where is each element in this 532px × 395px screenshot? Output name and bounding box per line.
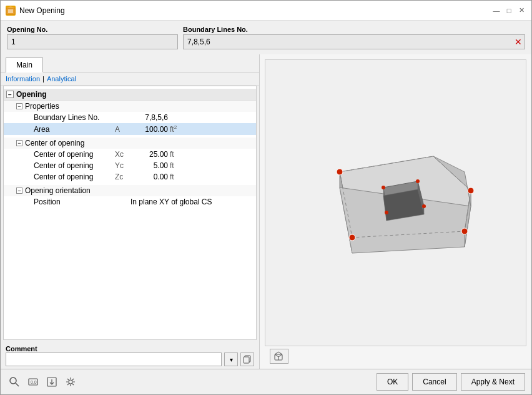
info-tab-information[interactable]: Information xyxy=(6,75,40,82)
svg-point-15 xyxy=(337,169,343,175)
footer-tools: 0,0 xyxy=(7,374,78,389)
zc-prop-val: 0.00 xyxy=(131,172,168,181)
svg-line-27 xyxy=(16,383,19,386)
3d-view-icon xyxy=(273,351,285,362)
comment-section: Comment ▾ xyxy=(1,342,259,369)
xc-prop-name: Center of opening xyxy=(34,150,115,159)
zc-prop-unit: ft xyxy=(170,172,174,181)
coordinates-icon: 0,0 xyxy=(27,376,39,388)
zc-row: Center of opening Zc 0.00 ft xyxy=(4,171,256,182)
area-prop-name: Area xyxy=(34,125,115,134)
yc-prop-val: 5.00 xyxy=(131,161,168,170)
info-tab-separator: | xyxy=(42,75,44,82)
tree-area: − Opening − Properties Boundary Lines No… xyxy=(3,86,257,340)
comment-input[interactable] xyxy=(6,352,222,366)
comment-copy-button[interactable] xyxy=(240,352,254,366)
area-row: Area A 100.00 ft2 xyxy=(4,123,256,135)
svg-point-19 xyxy=(382,186,385,189)
area-prop-unit: ft2 xyxy=(170,124,177,134)
left-panel: Main Information | Analytical − Opening xyxy=(1,54,260,369)
boundary-lines-label: Boundary Lines No. xyxy=(183,26,525,33)
preview-area xyxy=(265,59,526,346)
export-tool-button[interactable] xyxy=(44,374,59,389)
info-tab-analytical[interactable]: Analytical xyxy=(47,75,76,82)
title-bar-left: New Opening xyxy=(6,6,65,16)
svg-marker-2 xyxy=(6,6,15,8)
opening-label: Opening xyxy=(16,90,47,99)
minimize-button[interactable]: — xyxy=(491,6,501,16)
export-icon xyxy=(46,376,57,388)
3d-preview xyxy=(302,122,490,284)
yc-prop-sym: Yc xyxy=(115,161,131,170)
tab-main[interactable]: Main xyxy=(6,58,43,72)
svg-point-32 xyxy=(69,380,72,384)
apply-next-button[interactable]: Apply & Next xyxy=(461,373,525,391)
properties-subsection[interactable]: − Properties xyxy=(4,101,256,112)
orientation-label: Opening orientation xyxy=(25,186,91,195)
preview-btn-area xyxy=(265,349,526,364)
position-prop-val: In plane XY of global CS xyxy=(131,198,212,206)
settings-tool-button[interactable] xyxy=(63,374,78,389)
boundary-lines-input[interactable] xyxy=(184,36,512,48)
properties-label: Properties xyxy=(25,102,59,111)
xc-row: Center of opening Xc 25.00 ft xyxy=(4,149,256,160)
opening-section-header[interactable]: − Opening xyxy=(4,89,256,101)
coordinates-tool-button[interactable]: 0,0 xyxy=(26,374,41,389)
content-area: Opening No. 1 Boundary Lines No. ✕ Main xyxy=(1,21,531,369)
tab-bar: Main xyxy=(1,54,259,72)
comment-label: Comment xyxy=(6,345,254,352)
opening-no-label: Opening No. xyxy=(7,26,178,33)
center-toggle[interactable]: − xyxy=(16,140,22,146)
yc-prop-name: Center of opening xyxy=(34,161,115,170)
app-icon xyxy=(6,6,16,16)
maximize-button[interactable]: □ xyxy=(504,6,514,16)
area-prop-sym: A xyxy=(115,125,131,134)
title-buttons: — □ ✕ xyxy=(491,6,526,16)
orientation-toggle[interactable]: − xyxy=(16,188,22,194)
right-panel xyxy=(260,54,531,369)
boundary-lines-prop-name: Boundary Lines No. xyxy=(34,113,115,122)
3d-view-button[interactable] xyxy=(270,349,288,364)
orientation-subsection[interactable]: − Opening orientation xyxy=(4,185,256,196)
xc-prop-unit: ft xyxy=(170,150,174,159)
opening-toggle[interactable]: − xyxy=(6,91,14,98)
svg-rect-4 xyxy=(244,357,249,363)
svg-point-17 xyxy=(461,228,468,234)
main-content: Main Information | Analytical − Opening xyxy=(1,54,531,369)
footer-bar: 0,0 OK Cancel Apply & Next xyxy=(1,369,531,394)
search-icon xyxy=(9,376,20,388)
yc-prop-unit: ft xyxy=(170,161,174,170)
opening-no-input[interactable]: 1 xyxy=(7,34,178,49)
zc-prop-sym: Zc xyxy=(115,172,131,181)
boundary-lines-prop-val: 7,8,5,6 xyxy=(131,113,168,122)
position-row: Position In plane XY of global CS xyxy=(4,196,256,208)
svg-text:0,0: 0,0 xyxy=(31,380,37,384)
boundary-lines-wrapper: ✕ xyxy=(183,34,525,49)
footer-actions: OK Cancel Apply & Next xyxy=(377,373,525,391)
ok-button[interactable]: OK xyxy=(377,373,408,391)
properties-toggle[interactable]: − xyxy=(16,103,22,109)
cancel-button[interactable]: Cancel xyxy=(412,373,456,391)
zc-prop-name: Center of opening xyxy=(34,172,115,181)
svg-point-22 xyxy=(385,211,388,214)
title-bar: New Opening — □ ✕ xyxy=(1,1,531,21)
opening-no-group: Opening No. 1 xyxy=(7,26,178,49)
svg-rect-1 xyxy=(8,9,13,13)
close-button[interactable]: ✕ xyxy=(516,6,526,16)
xc-prop-val: 25.00 xyxy=(131,150,168,159)
comment-dropdown-button[interactable]: ▾ xyxy=(224,352,238,366)
svg-point-26 xyxy=(10,378,16,384)
top-fields: Opening No. 1 Boundary Lines No. ✕ xyxy=(1,21,531,54)
xc-prop-sym: Xc xyxy=(115,150,131,159)
dropdown-arrow-icon: ▾ xyxy=(230,356,233,363)
svg-point-20 xyxy=(416,179,420,183)
dialog-new-opening: New Opening — □ ✕ Opening No. 1 Boundary… xyxy=(0,0,532,395)
settings-icon xyxy=(65,376,76,388)
center-subsection[interactable]: − Center of opening xyxy=(4,138,256,149)
search-tool-button[interactable] xyxy=(7,374,22,389)
svg-point-21 xyxy=(422,204,426,208)
boundary-clear-button[interactable]: ✕ xyxy=(512,35,525,49)
dialog-title: New Opening xyxy=(19,6,65,15)
area-prop-val: 100.00 xyxy=(131,125,168,134)
comment-input-row: ▾ xyxy=(6,352,254,366)
